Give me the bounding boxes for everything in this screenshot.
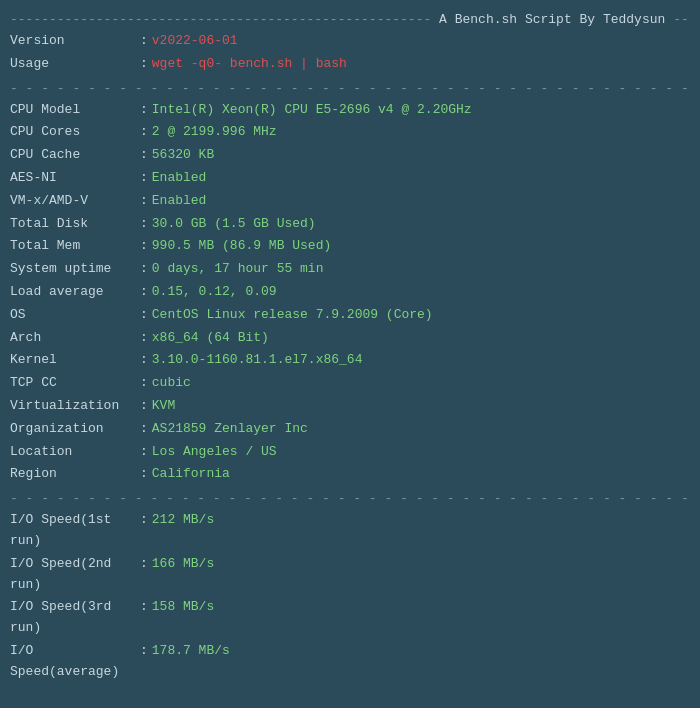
header-divider-top: ----------------------------------------… [10,12,690,27]
io-run2-row: I/O Speed(2nd run) : 166 MB/s [10,554,690,596]
virt-label: Virtualization [10,396,140,417]
tcp-cc-value: cubic [152,373,191,394]
io-run3-label: I/O Speed(3rd run) [10,597,140,639]
aes-ni-value: Enabled [152,168,207,189]
cpu-model-row: CPU Model : Intel(R) Xeon(R) CPU E5-2696… [10,100,690,121]
version-label: Version [10,31,140,52]
org-label: Organization [10,419,140,440]
kernel-value: 3.10.0-1160.81.1.el7.x86_64 [152,350,363,371]
load-avg-row: Load average : 0.15, 0.12, 0.09 [10,282,690,303]
os-value: CentOS Linux release 7.9.2009 (Core) [152,305,433,326]
io-avg-label: I/O Speed(average) [10,641,140,683]
load-avg-value: 0.15, 0.12, 0.09 [152,282,277,303]
io-run1-value: 212 MB/s [152,510,214,531]
io-run2-label: I/O Speed(2nd run) [10,554,140,596]
uptime-row: System uptime : 0 days, 17 hour 55 min [10,259,690,280]
os-label: OS [10,305,140,326]
io-run1-label: I/O Speed(1st run) [10,510,140,552]
uptime-value: 0 days, 17 hour 55 min [152,259,324,280]
kernel-row: Kernel : 3.10.0-1160.81.1.el7.x86_64 [10,350,690,371]
cpu-cache-value: 56320 KB [152,145,214,166]
divider-2: - - - - - - - - - - - - - - - - - - - - … [10,491,690,506]
vmx-label: VM-x/AMD-V [10,191,140,212]
load-avg-label: Load average [10,282,140,303]
tcp-cc-label: TCP CC [10,373,140,394]
divider-1: - - - - - - - - - - - - - - - - - - - - … [10,81,690,96]
total-disk-label: Total Disk [10,214,140,235]
location-value: Los Angeles / US [152,442,277,463]
region-row: Region : California [10,464,690,485]
vmx-value: Enabled [152,191,207,212]
location-label: Location [10,442,140,463]
arch-value: x86_64 (64 Bit) [152,328,269,349]
virt-row: Virtualization : KVM [10,396,690,417]
system-info-section: CPU Model : Intel(R) Xeon(R) CPU E5-2696… [10,100,690,486]
usage-label: Usage [10,54,140,75]
io-speed-section: I/O Speed(1st run) : 212 MB/s I/O Speed(… [10,510,690,682]
virt-value: KVM [152,396,175,417]
org-row: Organization : AS21859 Zenlayer Inc [10,419,690,440]
total-mem-label: Total Mem [10,236,140,257]
version-row: Version : v2022-06-01 [10,31,690,52]
total-mem-row: Total Mem : 990.5 MB (86.9 MB Used) [10,236,690,257]
io-run3-value: 158 MB/s [152,597,214,618]
io-avg-value: 178.7 MB/s [152,641,230,662]
cpu-cores-label: CPU Cores [10,122,140,143]
org-value: AS21859 Zenlayer Inc [152,419,308,440]
aes-ni-label: AES-NI [10,168,140,189]
total-disk-value: 30.0 GB (1.5 GB Used) [152,214,316,235]
cpu-cache-row: CPU Cache : 56320 KB [10,145,690,166]
tcp-cc-row: TCP CC : cubic [10,373,690,394]
io-run2-value: 166 MB/s [152,554,214,575]
region-value: California [152,464,230,485]
usage-row: Usage : wget -q0- bench.sh | bash [10,54,690,75]
io-run3-row: I/O Speed(3rd run) : 158 MB/s [10,597,690,639]
cpu-cores-row: CPU Cores : 2 @ 2199.996 MHz [10,122,690,143]
cpu-model-value: Intel(R) Xeon(R) CPU E5-2696 v4 @ 2.20GH… [152,100,472,121]
location-row: Location : Los Angeles / US [10,442,690,463]
cpu-cache-label: CPU Cache [10,145,140,166]
io-avg-row: I/O Speed(average) : 178.7 MB/s [10,641,690,683]
io-run1-row: I/O Speed(1st run) : 212 MB/s [10,510,690,552]
kernel-label: Kernel [10,350,140,371]
arch-label: Arch [10,328,140,349]
total-disk-row: Total Disk : 30.0 GB (1.5 GB Used) [10,214,690,235]
uptime-label: System uptime [10,259,140,280]
cpu-model-label: CPU Model [10,100,140,121]
total-mem-value: 990.5 MB (86.9 MB Used) [152,236,331,257]
os-row: OS : CentOS Linux release 7.9.2009 (Core… [10,305,690,326]
aes-ni-row: AES-NI : Enabled [10,168,690,189]
version-value: v2022-06-01 [152,31,238,52]
vmx-row: VM-x/AMD-V : Enabled [10,191,690,212]
cpu-cores-value: 2 @ 2199.996 MHz [152,122,277,143]
region-label: Region [10,464,140,485]
usage-value: wget -q0- bench.sh | bash [152,54,347,75]
arch-row: Arch : x86_64 (64 Bit) [10,328,690,349]
